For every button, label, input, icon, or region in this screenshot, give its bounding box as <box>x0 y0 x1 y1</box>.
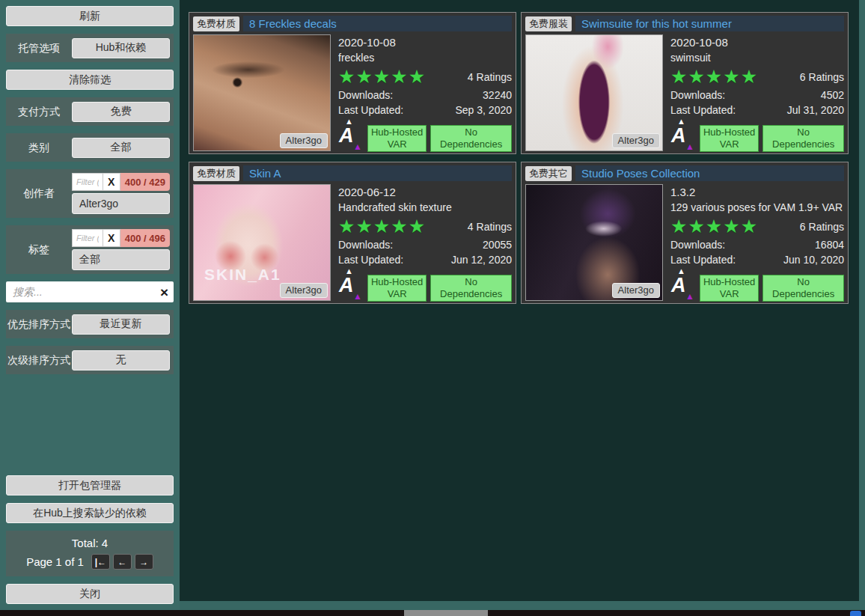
secondary-sort-select[interactable]: 无 <box>72 350 170 370</box>
search-input[interactable] <box>11 285 160 299</box>
creator-badge: Alter3go <box>612 283 660 298</box>
filter-sidebar: 刷新 托管选项 Hub和依赖 清除筛选 支付方式 免费 类别 全部 创作者 X <box>0 0 180 610</box>
description-text: freckles <box>338 50 512 66</box>
creator-badge: Alter3go <box>612 133 660 148</box>
ratings-count: 4 Ratings <box>468 221 512 233</box>
tags-label: 标签 <box>6 243 72 256</box>
last-updated-value: Sep 3, 2020 <box>455 103 512 118</box>
creator-select[interactable]: Alter3go <box>72 193 170 214</box>
downloads-label: Downloads: <box>670 237 725 252</box>
pagination-panel: Total: 4 Page 1 of 1 |← ← → <box>6 531 174 576</box>
hub-hosted-var-badge[interactable]: Hub-Hosted VAR <box>700 125 759 152</box>
no-dependencies-badge[interactable]: No Dependencies <box>430 275 512 302</box>
last-updated-label: Last Updated: <box>338 252 403 267</box>
payment-type-label: 支付方式 <box>6 106 72 118</box>
search-clear-icon[interactable]: × <box>160 285 168 299</box>
secondary-sort-label: 次级排序方式 <box>6 354 72 367</box>
version-text: 2020-10-08 <box>670 34 844 50</box>
hub-hosted-var-badge[interactable]: Hub-Hosted VAR <box>367 275 427 302</box>
prev-page-icon[interactable]: ← <box>113 554 132 570</box>
hub-browser-window: 刷新 托管选项 Hub和依赖 清除筛选 支付方式 免费 类别 全部 创作者 X <box>0 0 865 610</box>
last-updated-value: Jul 31, 2020 <box>787 103 844 118</box>
hub-hosted-var-badge[interactable]: Hub-Hosted VAR <box>700 275 759 302</box>
thumbnail-overlay-text: SKIN_A1 <box>204 266 281 284</box>
downloads-value: 16804 <box>815 237 844 252</box>
resource-thumbnail[interactable]: Alter3go <box>525 184 663 301</box>
resource-thumbnail[interactable]: Alter3go <box>525 34 663 151</box>
logo-purple-triangle-icon: ▲ <box>353 292 362 301</box>
creator-row: 创作者 X 400 / 429 Alter3go <box>6 169 174 218</box>
creator-badge: Alter3go <box>280 133 328 148</box>
hub-hosted-var-badge[interactable]: Hub-Hosted VAR <box>367 125 427 152</box>
payment-type-select[interactable]: 免费 <box>72 102 170 122</box>
primary-sort-row: 优先排序方式 最近更新 <box>6 310 174 338</box>
downloads-value: 32240 <box>483 88 512 103</box>
downloads-value: 20055 <box>483 237 512 252</box>
primary-sort-select[interactable]: 最近更新 <box>72 314 170 335</box>
clear-filters-button[interactable]: 清除筛选 <box>6 70 174 90</box>
version-text: 1.3.2 <box>670 184 844 200</box>
resource-card[interactable]: 免费材质 8 Freckles decals Alter3go 2020-10-… <box>189 12 516 154</box>
resource-title-link[interactable]: 8 Freckles decals <box>243 16 512 31</box>
alter3go-logo-icon: ▲ A ▲ <box>338 118 364 152</box>
open-package-manager-button[interactable]: 打开包管理器 <box>6 475 174 495</box>
star-rating: ★★★★★ <box>338 217 426 236</box>
no-dependencies-badge[interactable]: No Dependencies <box>762 275 844 302</box>
downloads-label: Downloads: <box>338 88 393 103</box>
version-text: 2020-06-12 <box>338 184 512 200</box>
first-page-icon[interactable]: |← <box>91 554 110 570</box>
logo-purple-triangle-icon: ▲ <box>685 292 694 301</box>
tags-select[interactable]: 全部 <box>72 249 170 270</box>
close-button[interactable]: 关闭 <box>6 584 174 604</box>
no-dependencies-badge[interactable]: No Dependencies <box>430 125 512 152</box>
resource-thumbnail[interactable]: SKIN_A1 Alter3go <box>193 184 331 301</box>
category-badge: 免费服装 <box>525 16 572 31</box>
category-row: 类别 全部 <box>6 133 174 162</box>
category-badge: 免费材质 <box>193 166 239 181</box>
last-updated-value: Jun 12, 2020 <box>451 252 512 267</box>
card-grid: 免费材质 8 Freckles decals Alter3go 2020-10-… <box>189 12 859 304</box>
refresh-button[interactable]: 刷新 <box>6 6 174 26</box>
logo-purple-triangle-icon: ▲ <box>685 142 694 151</box>
desktop-taskbar-sliver <box>0 610 865 616</box>
screenshot-root: 刷新 托管选项 Hub和依赖 清除筛选 支付方式 免费 类别 全部 创作者 X <box>0 0 865 616</box>
tags-row: 标签 X 400 / 496 全部 <box>6 225 174 274</box>
next-page-icon[interactable]: → <box>135 554 153 570</box>
resource-card[interactable]: 免费其它 Studio Poses Collection Alter3go 1.… <box>521 162 849 304</box>
resource-card[interactable]: 免费服装 Swimsuite for this hot summer Alter… <box>521 12 849 154</box>
alter3go-logo-icon: ▲ A ▲ <box>670 118 696 152</box>
alter3go-logo-icon: ▲ A ▲ <box>670 267 696 302</box>
total-count: Total: 4 <box>12 537 168 549</box>
downloads-label: Downloads: <box>338 237 393 252</box>
find-missing-dependencies-button[interactable]: 在Hub上搜索缺少的依赖 <box>6 503 174 523</box>
category-select[interactable]: 全部 <box>72 138 170 158</box>
creator-filter-input[interactable] <box>72 173 103 191</box>
logo-letter: A <box>339 275 354 296</box>
category-label: 类别 <box>6 141 72 154</box>
creator-count-badge: 400 / 429 <box>120 173 170 191</box>
no-dependencies-badge[interactable]: No Dependencies <box>762 125 844 152</box>
logo-letter: A <box>671 126 686 146</box>
tags-filter-input[interactable] <box>72 229 103 247</box>
logo-purple-triangle-icon: ▲ <box>353 142 362 151</box>
creator-label: 创作者 <box>6 187 72 200</box>
tags-filter-clear-icon[interactable]: X <box>103 229 120 247</box>
tags-count-badge: 400 / 496 <box>120 229 170 247</box>
downloads-value: 4502 <box>821 88 844 103</box>
downloads-label: Downloads: <box>670 88 725 103</box>
last-updated-value: Jun 10, 2020 <box>783 252 844 267</box>
last-updated-label: Last Updated: <box>670 103 736 118</box>
sidebar-spacer <box>6 382 174 468</box>
resource-card[interactable]: 免费材质 Skin A SKIN_A1 Alter3go 2020-06-12 … <box>189 162 516 304</box>
hosting-options-select[interactable]: Hub和依赖 <box>72 38 170 58</box>
resource-title-link[interactable]: Skin A <box>243 165 512 181</box>
hosting-options-label: 托管选项 <box>6 42 72 55</box>
resource-title-link[interactable]: Studio Poses Collection <box>575 165 844 181</box>
last-updated-label: Last Updated: <box>338 103 403 118</box>
creator-filter-clear-icon[interactable]: X <box>103 173 120 191</box>
resource-thumbnail[interactable]: Alter3go <box>193 34 331 151</box>
version-text: 2020-10-08 <box>338 34 512 50</box>
logo-letter: A <box>671 275 686 296</box>
results-panel: 免费材质 8 Freckles decals Alter3go 2020-10-… <box>180 0 859 601</box>
resource-title-link[interactable]: Swimsuite for this hot summer <box>575 16 844 31</box>
